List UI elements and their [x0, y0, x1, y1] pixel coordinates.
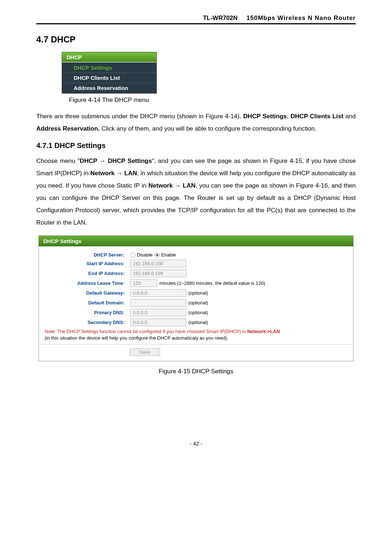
menu-head-dhcp[interactable]: DHCP [62, 52, 156, 62]
input-start-ip[interactable] [130, 260, 186, 267]
label-pdns: Primary DNS: [45, 310, 130, 315]
label-start-ip: Start IP Address: [45, 261, 130, 266]
radio-enable[interactable]: Enable [155, 252, 176, 258]
input-gateway[interactable] [130, 289, 186, 297]
hint-sdns: (optional) [188, 320, 208, 325]
label-domain: Default Domain: [45, 300, 130, 305]
radio-enable-label: Enable [161, 252, 176, 258]
p2-b4: LAN [124, 170, 137, 177]
p2-b2: DHCP Settings [108, 157, 152, 164]
subsection-heading: 4.7.1 DHCP Settings [36, 141, 356, 150]
p2-arrow2: → [115, 170, 124, 177]
label-end-ip: End IP Address: [45, 271, 130, 276]
p1-bold-1: DHCP Settings [243, 113, 287, 120]
hint-gateway: (optional) [188, 290, 208, 296]
hint-pdns: (optional) [188, 310, 208, 315]
note-c: (in this situation the device will help … [45, 335, 228, 341]
dhcp-settings-panel: DHCP Settings DHCP Server: Disable Enabl… [38, 235, 354, 361]
input-domain[interactable] [130, 299, 186, 307]
radio-disable-label: Disable [137, 252, 152, 258]
radio-icon [130, 253, 135, 258]
p1-text3: and [343, 113, 356, 120]
p2-b1: DHCP [80, 157, 97, 164]
figure-4-15-caption: Figure 4-15 DHCP Settings [36, 368, 356, 375]
menu-item-address-reservation[interactable]: Address Reservation [62, 83, 156, 93]
p2-b5: Network [148, 182, 173, 189]
figure-4-14-caption: Figure 4-14 The DHCP menu [69, 97, 356, 104]
input-sdns[interactable] [130, 319, 186, 326]
hint-domain: (optional) [188, 300, 208, 305]
paragraph-2: Choose menu "DHCP → DHCP Settings", and … [36, 155, 356, 229]
panel-note: Note: The DHCP Settings function cannot … [45, 328, 347, 341]
p2-arrow3: → [173, 182, 183, 189]
panel-title: DHCP Settings [39, 236, 353, 246]
menu-item-dhcp-settings[interactable]: DHCP Settings [62, 62, 156, 73]
p2-b6: LAN [183, 182, 196, 189]
p1-text4: Click any of them, and you will be able … [100, 125, 317, 132]
page-header: TL-WR702N 150Mbps Wireless N Nano Router [36, 15, 356, 24]
p1-bold-3: Address Reservation. [36, 125, 100, 132]
p1-text: There are three submenus under the DHCP … [36, 113, 243, 120]
p1-bold-2: DHCP Clients List [290, 113, 343, 120]
p2-b3: Network [90, 170, 115, 177]
p1-text2: , [287, 113, 290, 120]
p2-t1: Choose menu " [36, 157, 80, 164]
radio-icon [155, 253, 160, 258]
note-b: Network->LAN [247, 329, 280, 334]
save-button[interactable]: Save [130, 348, 160, 356]
input-end-ip[interactable] [130, 270, 186, 277]
radio-disable[interactable]: Disable [130, 252, 152, 258]
paragraph-1: There are three submenus under the DHCP … [36, 110, 356, 135]
label-sdns: Secondary DNS: [45, 320, 130, 325]
input-pdns[interactable] [130, 309, 186, 316]
p2-arrow1: → [97, 157, 108, 164]
model-label: TL-WR702N [203, 15, 237, 21]
hint-lease: minutes (1~2880 minutes, the default val… [159, 280, 265, 286]
dhcp-menu-figure: DHCP DHCP Settings DHCP Clients List Add… [62, 52, 356, 94]
label-gateway: Default Gateway: [45, 290, 130, 296]
product-label: 150Mbps Wireless N Nano Router [246, 15, 356, 21]
note-a: Note: The DHCP Settings function cannot … [45, 329, 247, 334]
section-heading: 4.7 DHCP [36, 34, 356, 45]
label-dhcp-server: DHCP Server: [45, 252, 130, 258]
input-lease[interactable] [130, 279, 157, 287]
menu-item-dhcp-clients[interactable]: DHCP Clients List [62, 73, 156, 83]
label-lease: Address Lease Time: [45, 280, 130, 286]
page-number: - 42 - [36, 440, 356, 447]
